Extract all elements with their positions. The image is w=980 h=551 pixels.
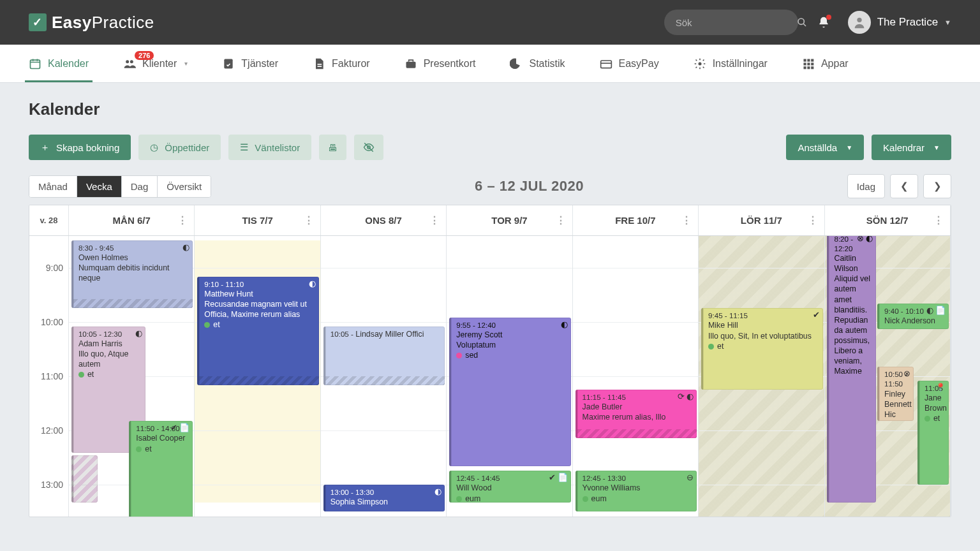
calendar-event[interactable]: ◐9:10 - 11:10Matthew HuntRecusandae magn… [197, 277, 319, 385]
event-status-icon: ◐ [866, 236, 873, 242]
nav-easypay[interactable]: EasyPay [600, 45, 659, 82]
event-time: 12:45 - 13:30 [583, 473, 694, 483]
logo-text-bold: Easy [52, 13, 92, 32]
day-header: FRE 10/7⋮ [573, 205, 699, 235]
event-status-icon: ◐ [687, 392, 694, 400]
today-button[interactable]: Idag [847, 174, 885, 198]
calendar: v. 28 MÅN 6/7⋮TIS 7/7⋮ONS 8/7⋮TOR 9/7⋮FR… [29, 205, 951, 517]
avatar-icon [848, 11, 871, 34]
day-menu-icon[interactable]: ⋮ [933, 214, 944, 226]
view-overview[interactable]: Översikt [157, 176, 211, 197]
view-day[interactable]: Dag [121, 176, 158, 197]
calendars-dropdown[interactable]: Kalendrar ▼ [872, 135, 951, 160]
calendar-event[interactable]: ✔📄11:50 - 14:30Isabel Cooperet [129, 421, 193, 517]
event-time: 10:05 - 12:30 [78, 329, 142, 339]
svg-rect-12 [807, 59, 810, 61]
day-column[interactable]: ⟳◐11:15 - 11:45Jade ButlerMaxime rerum a… [573, 236, 699, 517]
day-column[interactable]: ✔9:45 - 11:15Mike HillIllo quo, Sit, In … [699, 236, 824, 517]
day-header: TOR 9/7⋮ [447, 205, 572, 235]
view-week[interactable]: Vecka [77, 176, 121, 197]
event-name: Sophia Simpson [330, 497, 442, 507]
day-menu-icon[interactable]: ⋮ [177, 214, 188, 226]
user-menu[interactable]: The Practice ▼ [848, 11, 951, 34]
search-icon [797, 17, 807, 27]
nav-presentkort[interactable]: Presentkort [405, 45, 476, 82]
event-status-icon: ⊖ [687, 473, 694, 481]
event-status-icon: ◐ [182, 243, 189, 251]
day-header: SÖN 12/7⋮ [825, 205, 951, 235]
event-status-icon: 📍 [935, 383, 946, 392]
calendar-event[interactable]: ◐8:30 - 9:45Owen HolmesNumquam debitis i… [71, 240, 193, 308]
event-icons: ◐📄 [926, 306, 946, 314]
calendar-event[interactable]: 10:05 - Lindsay Miller Offici [323, 327, 445, 385]
print-button[interactable]: 🖶 [319, 135, 346, 160]
calendar-days: ◐8:30 - 9:45Owen HolmesNumquam debitis i… [69, 236, 951, 517]
event-icons: ✔📄 [170, 423, 189, 432]
search-input[interactable] [676, 17, 797, 28]
event-tag: eum [583, 494, 694, 504]
calendar-event[interactable]: ◐9:55 - 12:40Jeremy ScottVoluptatumsed [449, 318, 571, 467]
day-column[interactable]: ◐9:10 - 11:10Matthew HuntRecusandae magn… [195, 236, 320, 517]
day-column[interactable]: ⊗◐8:20 - 12:20Caitlin WilsonAliquid vel … [825, 236, 951, 517]
calendar-event[interactable]: ⊗10:50 - 11:50Finley BennettHic [877, 367, 914, 421]
calendar-event[interactable]: ⊗◐8:20 - 12:20Caitlin WilsonAliquid vel … [827, 236, 876, 503]
svg-rect-9 [600, 61, 611, 68]
day-column[interactable]: 10:05 - Lindsay Miller Offici◐13:00 - 13… [321, 236, 447, 517]
nav-tjänster[interactable]: Tjänster [222, 45, 278, 82]
nav-klienter[interactable]: Klienter▾276 [123, 45, 188, 82]
event-text: Numquam debitis incidunt neque [78, 263, 189, 283]
time-label: 9:00 [46, 263, 63, 273]
svg-rect-8 [406, 61, 415, 68]
day-menu-icon[interactable]: ⋮ [429, 214, 440, 226]
day-column[interactable]: ◐9:55 - 12:40Jeremy ScottVoluptatumsed✔📄… [447, 236, 572, 517]
calendar-event[interactable]: ⊖12:45 - 13:30Yvonne Williamseum [575, 471, 697, 511]
calendar-event[interactable] [71, 455, 98, 503]
nav-icon [405, 57, 417, 70]
calendar-event[interactable]: ◐13:00 - 13:30Sophia Simpson [323, 485, 445, 512]
user-name: The Practice [877, 16, 938, 29]
nav-icon [313, 57, 325, 70]
caret-down-icon: ▼ [846, 144, 852, 151]
nav-appar[interactable]: Appar [802, 45, 849, 82]
time-label: 10:00 [41, 317, 63, 327]
event-name: Finley Bennett [884, 389, 910, 409]
svg-rect-7 [318, 66, 322, 67]
calendar-event[interactable]: ✔9:45 - 11:15Mike HillIllo quo, Sit, In … [701, 308, 823, 390]
day-column[interactable]: ◐8:30 - 9:45Owen HolmesNumquam debitis i… [69, 236, 195, 517]
calendar-event[interactable]: ✔📄12:45 - 14:45Will Woodeum [449, 471, 571, 503]
list-icon: ☰ [240, 142, 248, 153]
event-icons: 📍 [935, 383, 946, 392]
calendar-event[interactable]: ◐📄9:40 - 10:10Nick Anderson [877, 304, 949, 329]
caret-down-icon: ▼ [944, 18, 951, 26]
calendar-event[interactable]: 📍11:05Jane Brownet [917, 381, 949, 485]
svg-rect-13 [811, 59, 813, 61]
logo[interactable]: ✓ EasyPractice [29, 13, 154, 33]
svg-rect-6 [318, 64, 322, 65]
day-menu-icon[interactable]: ⋮ [808, 214, 818, 226]
day-menu-icon[interactable]: ⋮ [556, 214, 566, 226]
staff-dropdown[interactable]: Anställda ▼ [786, 135, 864, 160]
notifications-button[interactable] [817, 16, 830, 29]
calendar-event[interactable]: ⟳◐11:15 - 11:45Jade ButlerMaxime rerum a… [575, 390, 697, 439]
tag-dot-icon [708, 344, 714, 349]
next-button[interactable]: ❯ [923, 174, 951, 198]
event-name: Will Wood [456, 483, 567, 493]
svg-point-3 [126, 60, 129, 63]
search-box[interactable] [664, 10, 798, 35]
nav-icon [222, 57, 235, 70]
calendar-controls: Månad Vecka Dag Översikt 6 – 12 JUL 2020… [29, 174, 951, 198]
tag-dot-icon [456, 496, 462, 502]
create-booking-button[interactable]: ＋ Skapa bokning [29, 135, 131, 160]
visibility-button[interactable] [354, 135, 383, 160]
prev-button[interactable]: ❮ [890, 174, 918, 198]
nav-inställningar[interactable]: Inställningar [694, 45, 768, 82]
opening-hours-button[interactable]: ◷ Öppettider [138, 135, 221, 160]
nav-statistik[interactable]: Statistik [510, 45, 565, 82]
nav-kalender[interactable]: Kalender [29, 45, 89, 82]
view-month[interactable]: Månad [29, 176, 77, 197]
nav-fakturor[interactable]: Fakturor [313, 45, 370, 82]
waitlist-button[interactable]: ☰ Väntelistor [228, 135, 311, 160]
event-status-icon: ⟳ [678, 392, 685, 400]
day-menu-icon[interactable]: ⋮ [681, 214, 692, 226]
day-menu-icon[interactable]: ⋮ [304, 214, 314, 226]
